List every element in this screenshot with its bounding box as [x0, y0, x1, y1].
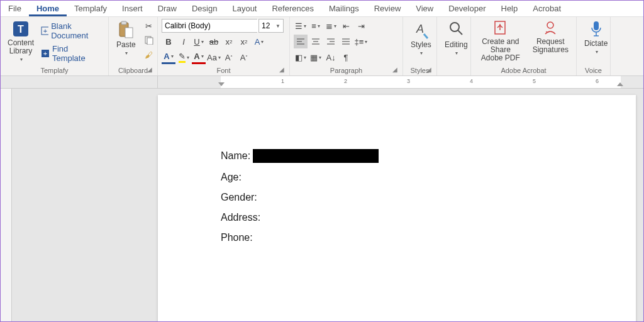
- paste-button[interactable]: Paste▾: [113, 19, 140, 57]
- sort-icon: A↓: [326, 53, 335, 62]
- label-address: Address:: [221, 212, 260, 223]
- label-phone: Phone:: [221, 232, 253, 243]
- plus-template-icon: +: [41, 49, 50, 58]
- tab-file[interactable]: File: [1, 1, 29, 16]
- bucket-icon: ◧: [295, 53, 303, 62]
- copy-button[interactable]: [142, 33, 156, 47]
- tab-developer[interactable]: Developer: [441, 1, 493, 16]
- tab-review[interactable]: Review: [367, 1, 409, 16]
- tab-mailings[interactable]: Mailings: [321, 1, 367, 16]
- bold-button[interactable]: B: [162, 35, 175, 48]
- numbering-icon: ≡: [311, 21, 316, 31]
- grow-font-button[interactable]: A˄: [222, 50, 236, 64]
- group-editing: Editing▾: [437, 17, 471, 75]
- chevron-down-icon: ▼: [273, 23, 283, 29]
- tab-references[interactable]: References: [264, 1, 321, 16]
- tab-draw[interactable]: Draw: [150, 1, 184, 16]
- ribbon: T Content Library▾ + Blank Document + Fi…: [1, 17, 643, 76]
- bullets-icon: ☰: [295, 21, 303, 31]
- content-library-button[interactable]: T Content Library▾: [4, 19, 37, 64]
- tab-view[interactable]: View: [408, 1, 441, 16]
- text-effects-button[interactable]: A▾: [252, 35, 266, 48]
- show-marks-button[interactable]: ¶: [339, 50, 353, 64]
- tab-templafy[interactable]: Templafy: [67, 1, 114, 16]
- request-signatures-button[interactable]: Request Signatures: [529, 19, 572, 55]
- multilevel-button[interactable]: ≣▾: [324, 19, 338, 33]
- highlight-button[interactable]: ✎▾: [177, 50, 191, 64]
- dictate-button[interactable]: Dictate▾: [580, 19, 611, 56]
- outdent-icon: ⇤: [343, 21, 350, 31]
- group-label-clipboard: Clipboard◢: [113, 66, 153, 75]
- shading-button[interactable]: ◧▾: [294, 50, 308, 64]
- cut-button[interactable]: ✂: [142, 19, 156, 33]
- indent-marker[interactable]: [218, 82, 225, 86]
- numbering-button[interactable]: ≡▾: [309, 19, 323, 33]
- redaction-block: [253, 149, 379, 163]
- superscript-button[interactable]: x2: [237, 35, 251, 48]
- decrease-indent-button[interactable]: ⇤: [339, 19, 353, 33]
- line-age: Age:: [221, 172, 573, 183]
- subscript-button[interactable]: x2: [222, 35, 236, 48]
- svg-text:A: A: [416, 23, 424, 35]
- increase-indent-button[interactable]: ⇥: [354, 19, 368, 33]
- border-icon: ▦: [310, 53, 318, 62]
- right-indent-marker[interactable]: [617, 82, 623, 86]
- page[interactable]: Name: Age: Gender: Address: Phone:: [158, 95, 636, 322]
- tab-insert[interactable]: Insert: [114, 1, 150, 16]
- label-name: Name:: [221, 150, 250, 162]
- tab-help[interactable]: Help: [494, 1, 526, 16]
- shrink-font-button[interactable]: A˅: [237, 50, 251, 64]
- bullets-button[interactable]: ☰▾: [294, 19, 308, 33]
- blank-document-button[interactable]: + Blank Document: [40, 20, 104, 42]
- svg-rect-15: [594, 21, 599, 30]
- editing-button[interactable]: Editing▾: [441, 19, 472, 57]
- borders-button[interactable]: ▦▾: [309, 50, 323, 64]
- tab-acrobat[interactable]: Acrobat: [525, 1, 569, 16]
- align-right-button[interactable]: [324, 35, 338, 48]
- group-label-acrobat: Adobe Acrobat: [475, 66, 572, 75]
- paragraph-dialog-launcher[interactable]: ◢: [392, 66, 397, 73]
- group-templafy: T Content Library▾ + Blank Document + Fi…: [1, 17, 109, 75]
- sort-button[interactable]: A↓: [324, 50, 338, 64]
- justify-icon: [342, 38, 350, 45]
- justify-button[interactable]: [339, 35, 353, 48]
- line-spacing-button[interactable]: ‡≡▾: [354, 35, 368, 48]
- find-template-button[interactable]: + Find Template: [40, 43, 104, 64]
- font-size-combo[interactable]: ▼: [258, 19, 284, 33]
- styles-dialog-launcher[interactable]: ◢: [426, 66, 431, 73]
- ruler-tick-3: 3: [407, 78, 410, 84]
- font-color-a-button[interactable]: A▾: [162, 50, 175, 64]
- tab-layout[interactable]: Layout: [225, 1, 264, 16]
- clipboard-dialog-launcher[interactable]: ◢: [147, 66, 152, 73]
- svg-rect-7: [121, 21, 126, 25]
- italic-button[interactable]: I: [177, 35, 191, 48]
- strikethrough-button[interactable]: ab: [207, 35, 221, 48]
- search-icon: [448, 20, 464, 39]
- tab-home[interactable]: Home: [29, 1, 67, 16]
- svg-rect-10: [147, 38, 153, 45]
- font-color-button[interactable]: A▾: [192, 50, 206, 64]
- signature-icon: [542, 20, 558, 36]
- group-paragraph: ☰▾ ≡▾ ≣▾ ⇤ ⇥ ‡≡▾ ◧▾ ▦▾ A↓ ¶ Paragraph◢: [290, 17, 403, 75]
- font-name-combo[interactable]: ▼: [162, 19, 257, 33]
- change-case-button[interactable]: Aa▾: [207, 50, 221, 64]
- horizontal-ruler[interactable]: 1 2 3 4 5 6: [1, 76, 643, 89]
- font-name-input[interactable]: [162, 19, 262, 32]
- styles-button[interactable]: A Styles▾: [407, 19, 435, 57]
- create-share-pdf-button[interactable]: Create and Share Adobe PDF: [475, 19, 526, 64]
- align-left-button[interactable]: [294, 35, 308, 48]
- format-painter-button[interactable]: 🖌: [142, 48, 156, 62]
- highlighter-icon: ✎: [179, 52, 186, 63]
- vertical-ruler[interactable]: [1, 89, 12, 322]
- align-left-icon: [297, 38, 304, 45]
- line-gender: Gender:: [221, 192, 573, 203]
- group-acrobat: Create and Share Adobe PDF Request Signa…: [471, 17, 577, 75]
- group-label-paragraph: Paragraph◢: [294, 66, 399, 75]
- align-center-button[interactable]: [309, 35, 323, 48]
- font-size-input[interactable]: [259, 19, 273, 32]
- tab-design[interactable]: Design: [184, 1, 225, 16]
- underline-button[interactable]: U▾: [192, 35, 206, 48]
- line-name: Name:: [221, 149, 573, 163]
- font-dialog-launcher[interactable]: ◢: [279, 66, 284, 73]
- text-effects-icon: A: [255, 37, 260, 47]
